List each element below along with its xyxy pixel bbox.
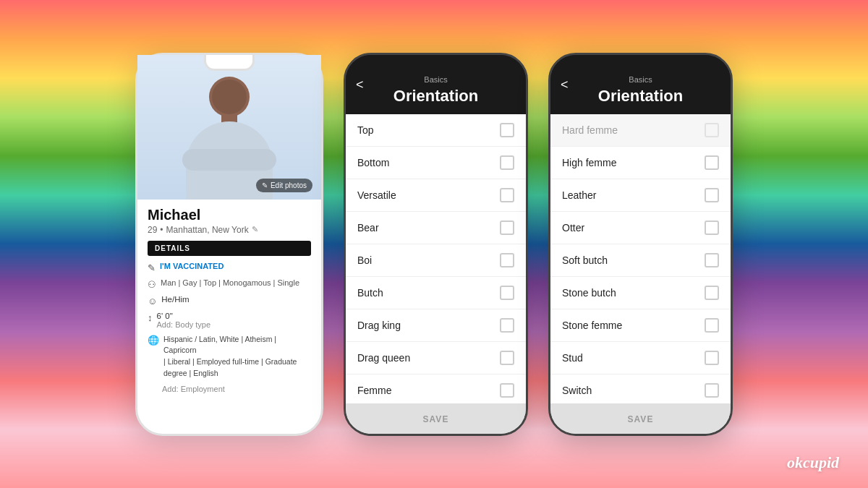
checkbox-soft-butch[interactable] bbox=[705, 253, 719, 267]
checkbox-bottom[interactable] bbox=[500, 155, 514, 170]
list-item[interactable]: Stone femme bbox=[550, 309, 731, 342]
checkbox-stone-femme[interactable] bbox=[705, 318, 719, 333]
add-body-type[interactable]: Add: Body type bbox=[157, 320, 211, 329]
save-button-1[interactable]: SAVE bbox=[357, 414, 514, 424]
list-item[interactable]: Otter bbox=[550, 212, 731, 244]
add-employment[interactable]: Add: Employment bbox=[162, 385, 311, 393]
list-item[interactable]: Stud bbox=[550, 342, 731, 374]
okcupid-logo: okcupid bbox=[787, 453, 839, 472]
orientation-items-2: Hard femme High femme Leather Otter bbox=[550, 114, 731, 403]
pronouns-text: He/Him bbox=[161, 295, 189, 304]
checkbox-versatile[interactable] bbox=[500, 188, 514, 202]
list-item[interactable]: Bottom bbox=[346, 147, 526, 179]
checkbox-otter[interactable] bbox=[705, 221, 719, 235]
camera-icon: ✎ bbox=[262, 181, 268, 189]
checkbox-high-femme[interactable] bbox=[705, 155, 719, 170]
checkbox-stud[interactable] bbox=[705, 351, 719, 365]
height-text: 6' 0" bbox=[157, 312, 211, 320]
identity-tags: Man | Gay | Top | Monogamous | Single bbox=[161, 278, 299, 287]
person-icon: ☺ bbox=[148, 296, 157, 307]
list-item[interactable]: Butch bbox=[346, 277, 526, 309]
save-button-2[interactable]: SAVE bbox=[562, 414, 719, 424]
checkbox-leather[interactable] bbox=[705, 188, 719, 202]
checkbox-bear[interactable] bbox=[500, 221, 514, 235]
phone-orientation-1: < Basics Orientation Top Bottom Versatil… bbox=[344, 53, 528, 436]
list-item[interactable]: Switch bbox=[550, 374, 731, 403]
globe-icon: 🌐 bbox=[148, 335, 159, 346]
orientation-screen-1: < Basics Orientation Top Bottom Versatil… bbox=[346, 55, 526, 434]
list-item[interactable]: Top bbox=[346, 114, 526, 147]
checkbox-butch[interactable] bbox=[500, 286, 514, 300]
profile-info: Michael 29 • Manhattan, New York ✎ bbox=[137, 200, 321, 241]
list-item[interactable]: Soft butch bbox=[550, 244, 731, 277]
age-text: 29 bbox=[148, 225, 157, 235]
edit-photos-button[interactable]: ✎ Edit photos bbox=[256, 179, 312, 192]
checkbox-drag-queen[interactable] bbox=[500, 351, 514, 365]
basics-label-1: Basics bbox=[357, 75, 514, 84]
basics-label-2: Basics bbox=[562, 75, 719, 84]
profile-age-location: 29 • Manhattan, New York ✎ bbox=[148, 225, 311, 235]
checkbox-top[interactable] bbox=[500, 123, 514, 137]
height-row: ↕ 6' 0" Add: Body type bbox=[148, 312, 311, 329]
list-item[interactable]: Femme bbox=[346, 374, 526, 403]
checkbox-drag-king[interactable] bbox=[500, 318, 514, 333]
background-row: 🌐 Hispanic / Latin, White | Atheism | Ca… bbox=[148, 334, 311, 380]
list-item[interactable]: Bear bbox=[346, 212, 526, 244]
orientation-title-2: Orientation bbox=[562, 87, 719, 106]
profile-photo: ✎ Edit photos bbox=[137, 55, 321, 200]
list-item[interactable]: Stone butch bbox=[550, 277, 731, 309]
identity-row: ⚇ Man | Gay | Top | Monogamous | Single bbox=[148, 278, 311, 290]
list-item[interactable]: Boi bbox=[346, 244, 526, 277]
phone-profile: ✎ Edit photos Michael 29 • Manhattan, Ne… bbox=[135, 53, 323, 436]
phone3-notch bbox=[616, 55, 666, 71]
profile-name: Michael bbox=[148, 207, 311, 223]
pencil-icon: ✎ bbox=[148, 262, 156, 273]
list-item[interactable]: Drag queen bbox=[346, 342, 526, 374]
location-text: Manhattan, New York bbox=[166, 225, 249, 235]
list-item[interactable]: Hard femme bbox=[550, 114, 731, 147]
phone2-notch bbox=[411, 55, 461, 71]
list-item[interactable]: High femme bbox=[550, 147, 731, 179]
ruler-icon: ↕ bbox=[148, 312, 153, 323]
save-bar-2: SAVE bbox=[550, 403, 731, 434]
orientation-title-1: Orientation bbox=[357, 87, 514, 106]
edit-photos-label: Edit photos bbox=[271, 181, 307, 189]
list-item[interactable]: Leather bbox=[550, 179, 731, 212]
people-icon: ⚇ bbox=[148, 279, 156, 290]
orientation-screen-2: < Basics Orientation Hard femme High fem… bbox=[550, 55, 731, 434]
orientation-list-2: Hard femme High femme Leather Otter bbox=[550, 114, 731, 434]
orientation-items-1: Top Bottom Versatile Bear bbox=[346, 114, 526, 403]
orientation-list-1: Top Bottom Versatile Bear bbox=[346, 114, 526, 434]
back-button-2[interactable]: < bbox=[561, 77, 569, 92]
checkbox-switch[interactable] bbox=[705, 383, 719, 398]
vaccinated-row: ✎ I'M VACCINATED bbox=[148, 262, 311, 273]
back-button-1[interactable]: < bbox=[356, 77, 364, 92]
pronouns-row: ☺ He/Him bbox=[148, 295, 311, 307]
vaccinated-label: I'M VACCINATED bbox=[160, 262, 224, 270]
phone-orientation-2: < Basics Orientation Hard femme High fem… bbox=[548, 53, 733, 436]
checkbox-femme[interactable] bbox=[500, 383, 514, 398]
details-section: DETAILS ✎ I'M VACCINATED ⚇ Man | Gay | T… bbox=[137, 241, 321, 393]
phones-container: ✎ Edit photos Michael 29 • Manhattan, Ne… bbox=[0, 0, 868, 488]
phone1-notch bbox=[204, 55, 255, 71]
list-item[interactable]: Versatile bbox=[346, 179, 526, 212]
details-header: DETAILS bbox=[148, 241, 311, 256]
location-edit-icon[interactable]: ✎ bbox=[252, 225, 258, 234]
checkbox-hard-femme-2[interactable] bbox=[705, 123, 719, 137]
save-bar-1: SAVE bbox=[346, 403, 526, 434]
checkbox-boi[interactable] bbox=[500, 253, 514, 267]
checkbox-stone-butch[interactable] bbox=[705, 286, 719, 300]
list-item[interactable]: Drag king bbox=[346, 309, 526, 342]
